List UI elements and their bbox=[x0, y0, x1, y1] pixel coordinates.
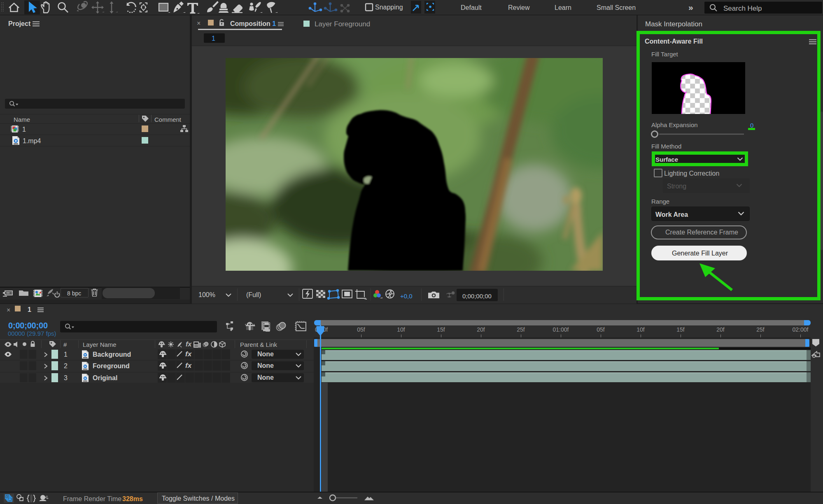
svg-text:fx: fx bbox=[186, 341, 192, 348]
